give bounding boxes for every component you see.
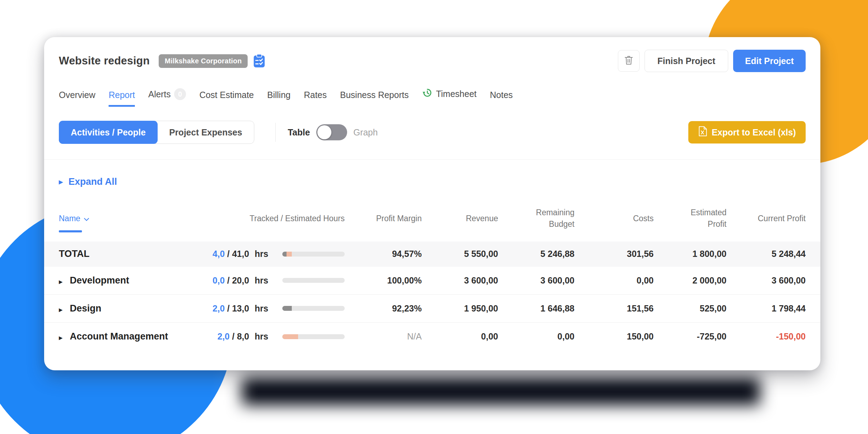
alerts-count-badge: 0: [174, 88, 186, 100]
segment-project-expenses[interactable]: Project Expenses: [157, 121, 254, 144]
tab-billing[interactable]: Billing: [267, 90, 291, 107]
row-name: Development: [70, 275, 129, 286]
row-name: TOTAL: [59, 248, 90, 259]
current-profit-value: 5 248,44: [726, 249, 806, 259]
card-header: Website redesign Milkshake Corporation: [44, 37, 820, 72]
current-profit-value: -150,00: [726, 331, 806, 342]
trash-icon: [624, 55, 634, 67]
row-name: Design: [70, 303, 101, 314]
toggle-knob: [317, 125, 331, 139]
tracked-estimated-hours: 2,0 / 8,0 hrs: [206, 331, 268, 342]
revenue-value: 0,00: [422, 331, 498, 342]
segment-activities-people[interactable]: Activities / People: [59, 121, 158, 144]
table-row-development[interactable]: ▶ Development 0,0 / 20,0 hrs 100,00% 3 6…: [44, 267, 820, 295]
tab-alerts[interactable]: Alerts 0: [148, 88, 186, 107]
tab-business-reports[interactable]: Business Reports: [340, 90, 409, 107]
table-row-account-management[interactable]: ▶ Account Management 2,0 / 8,0 hrs N/A 0…: [44, 323, 820, 351]
remaining-budget-value: 3 600,00: [498, 275, 574, 286]
column-header-estimated-profit: Estimated Profit: [654, 207, 726, 230]
clipboard-icon[interactable]: [253, 54, 265, 68]
name-sort-underline: [59, 230, 82, 232]
remaining-budget-value: 5 246,88: [498, 249, 574, 259]
tracked-estimated-hours: 4,0 / 41,0 hrs: [206, 249, 268, 259]
tab-bar: Overview Report Alerts 0 Cost Estimate B…: [44, 88, 820, 107]
toggle-label-graph[interactable]: Graph: [353, 127, 378, 138]
estimated-profit-value: 525,00: [654, 303, 726, 314]
column-header-hours: Tracked / Estimated Hours: [206, 213, 345, 224]
profit-margin-value: 100,00%: [345, 275, 422, 286]
hours-progress-bar: [268, 334, 345, 339]
estimated-profit-value: 2 000,00: [654, 275, 726, 286]
tab-rates[interactable]: Rates: [304, 90, 326, 107]
column-header-revenue: Revenue: [422, 213, 498, 224]
toggle-label-table[interactable]: Table: [288, 127, 310, 138]
delete-project-button[interactable]: [618, 50, 640, 72]
header-actions: Finish Project Edit Project: [618, 50, 806, 72]
export-to-excel-button[interactable]: Export to Excel (xls): [688, 121, 806, 144]
expand-all-caret-icon: ▶: [59, 179, 63, 185]
hours-progress-bar: [268, 306, 345, 311]
remaining-budget-value: 0,00: [498, 331, 574, 342]
report-toolbar: Activities / People Project Expenses Tab…: [44, 121, 820, 144]
finish-project-button[interactable]: Finish Project: [645, 50, 728, 72]
tab-cost-estimate[interactable]: Cost Estimate: [199, 90, 254, 107]
profit-margin-value: N/A: [345, 331, 422, 342]
tab-notes[interactable]: Notes: [490, 90, 513, 107]
edit-project-button[interactable]: Edit Project: [733, 50, 806, 72]
table-graph-toggle[interactable]: [316, 124, 347, 140]
expand-caret-icon[interactable]: ▶: [59, 307, 63, 313]
toolbar-divider: [275, 123, 276, 142]
tracked-estimated-hours: 0,0 / 20,0 hrs: [206, 275, 268, 286]
estimated-profit-value: -725,00: [654, 331, 726, 342]
costs-value: 301,56: [574, 249, 654, 259]
hours-progress-bar: [268, 278, 345, 283]
tab-report[interactable]: Report: [109, 90, 135, 107]
expand-caret-icon[interactable]: ▶: [59, 335, 63, 341]
excel-file-icon: [698, 126, 708, 139]
remaining-budget-value: 1 646,88: [498, 303, 574, 314]
table-row-design[interactable]: ▶ Design 2,0 / 13,0 hrs 92,23% 1 950,00 …: [44, 295, 820, 323]
column-header-remaining-budget: Remaining Budget: [498, 207, 574, 230]
costs-value: 0,00: [574, 275, 654, 286]
expand-caret-icon[interactable]: ▶: [59, 279, 63, 285]
revenue-value: 3 600,00: [422, 275, 498, 286]
tracked-estimated-hours: 2,0 / 13,0 hrs: [206, 303, 268, 314]
expand-all-button[interactable]: ▶ Expand All: [44, 176, 132, 187]
revenue-value: 5 550,00: [422, 249, 498, 259]
column-header-name[interactable]: Name: [59, 213, 206, 224]
revenue-value: 1 950,00: [422, 303, 498, 314]
hours-progress-bar: [268, 252, 345, 257]
column-header-current-profit: Current Profit: [726, 213, 806, 224]
section-divider: [44, 159, 820, 160]
costs-value: 150,00: [574, 331, 654, 342]
table-row-total: TOTAL 4,0 / 41,0 hrs 94,57% 5 550,00 5 2…: [44, 241, 820, 267]
column-header-profit-margin: Profit Margin: [345, 213, 422, 224]
table-header-row: Name Tracked / Estimated Hours Profit Ma…: [44, 191, 820, 241]
client-badge: Milkshake Corporation: [159, 54, 248, 68]
costs-value: 151,56: [574, 303, 654, 314]
row-name: Account Management: [70, 331, 168, 342]
tab-overview[interactable]: Overview: [59, 90, 95, 107]
project-report-card: Website redesign Milkshake Corporation: [44, 37, 820, 370]
profit-margin-value: 92,23%: [345, 303, 422, 314]
estimated-profit-value: 1 800,00: [654, 249, 726, 259]
card-shadow: [242, 377, 760, 405]
current-profit-value: 1 798,44: [726, 303, 806, 314]
sort-chevron-icon: [84, 213, 89, 224]
profit-margin-value: 94,57%: [345, 249, 422, 259]
current-profit-value: 3 600,00: [726, 275, 806, 286]
page-title: Website redesign: [59, 55, 150, 67]
page-background: Website redesign Milkshake Corporation: [0, 0, 868, 434]
report-type-segmented-control: Activities / People Project Expenses: [59, 121, 254, 144]
history-icon: [422, 88, 433, 100]
tab-timesheet[interactable]: Timesheet: [422, 88, 477, 107]
column-header-costs: Costs: [574, 213, 654, 224]
